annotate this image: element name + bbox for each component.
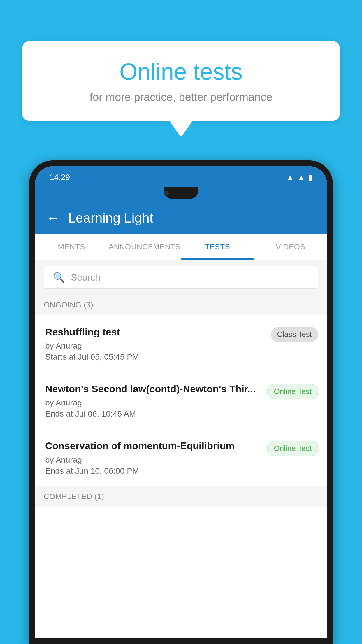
test-time-2: Ends at Jul 06, 10:45 AM (45, 409, 261, 419)
test-list: Reshuffling test by Anurag Starts at Jul… (35, 315, 327, 486)
phone-inner: 14:29 ▲ ▲ ▮ ← Learning Light MENTS ANNOU… (35, 166, 327, 638)
tab-ments[interactable]: MENTS (35, 234, 108, 260)
test-badge-1: Class Test (271, 327, 318, 342)
test-author-2: by Anurag (45, 398, 261, 407)
notch-area (35, 187, 327, 202)
bubble-subtitle: for more practice, better performance (36, 91, 326, 104)
search-icon: 🔍 (53, 272, 65, 283)
camera-dot (164, 191, 169, 196)
app-bar: ← Learning Light (35, 202, 327, 234)
test-item[interactable]: Reshuffling test by Anurag Starts at Jul… (35, 315, 327, 372)
test-name-1: Reshuffling test (45, 326, 265, 338)
status-icons: ▲ ▲ ▮ (287, 173, 312, 182)
wifi-icon: ▲ (287, 173, 294, 182)
ongoing-section-header: ONGOING (3) (35, 295, 327, 315)
tab-tests[interactable]: TESTS (181, 234, 254, 260)
status-bar: 14:29 ▲ ▲ ▮ (35, 166, 327, 187)
test-info-1: Reshuffling test by Anurag Starts at Jul… (45, 326, 271, 362)
test-item-3[interactable]: Conservation of momentum-Equilibrium by … (35, 429, 327, 486)
bubble-title: Online tests (36, 58, 326, 85)
tab-announcements[interactable]: ANNOUNCEMENTS (108, 234, 181, 260)
test-badge-3: Online Test (267, 441, 318, 456)
test-info-3: Conservation of momentum-Equilibrium by … (45, 439, 267, 475)
search-placeholder: Search (71, 272, 100, 283)
phone-frame: 14:29 ▲ ▲ ▮ ← Learning Light MENTS ANNOU… (29, 160, 333, 644)
signal-icon: ▲ (297, 173, 305, 182)
test-name-2: Newton's Second law(contd)-Newton's Thir… (45, 382, 261, 395)
app-title: Learning Light (68, 210, 153, 226)
test-name-3: Conservation of momentum-Equilibrium (45, 439, 261, 452)
tab-videos[interactable]: VIDEOS (254, 234, 327, 260)
test-item-2[interactable]: Newton's Second law(contd)-Newton's Thir… (35, 372, 327, 429)
test-author-1: by Anurag (45, 341, 265, 351)
back-button[interactable]: ← (47, 211, 59, 225)
test-time-3: Ends at Jun 10, 06:00 PM (45, 466, 261, 476)
notch (164, 187, 198, 199)
search-bar[interactable]: 🔍 Search (44, 266, 318, 289)
test-author-3: by Anurag (45, 455, 261, 465)
speech-bubble: Online tests for more practice, better p… (22, 41, 340, 121)
completed-section-header: COMPLETED (1) (35, 486, 327, 507)
bubble-arrow (169, 121, 193, 137)
test-info-2: Newton's Second law(contd)-Newton's Thir… (45, 382, 267, 419)
speech-bubble-container: Online tests for more practice, better p… (22, 41, 340, 137)
search-container: 🔍 Search (35, 260, 327, 295)
test-badge-2: Online Test (267, 384, 318, 399)
status-time: 14:29 (50, 173, 70, 182)
test-time-1: Starts at Jul 05, 05:45 PM (45, 352, 265, 362)
tab-bar: MENTS ANNOUNCEMENTS TESTS VIDEOS (35, 234, 327, 260)
battery-icon: ▮ (308, 173, 312, 182)
